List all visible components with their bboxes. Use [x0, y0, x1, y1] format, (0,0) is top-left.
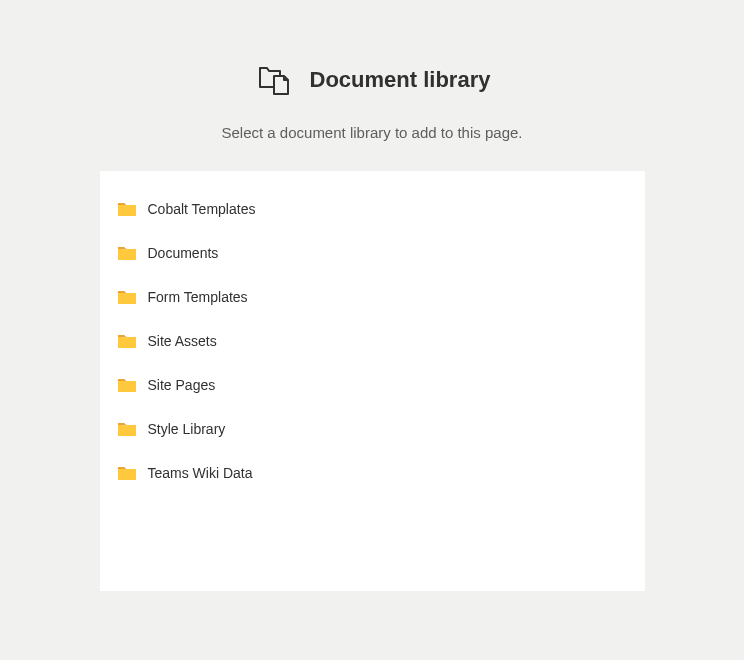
library-list: Cobalt Templates Documents Form Template…: [100, 191, 645, 491]
folder-icon: [118, 289, 136, 305]
header-row: Document library: [0, 60, 744, 100]
library-name: Teams Wiki Data: [148, 465, 253, 481]
folder-icon: [118, 465, 136, 481]
list-item-2[interactable]: Form Templates: [100, 279, 645, 315]
library-name: Cobalt Templates: [148, 201, 256, 217]
folder-icon: [118, 245, 136, 261]
list-item-3[interactable]: Site Assets: [100, 323, 645, 359]
page-header: Document library Select a document libra…: [0, 0, 744, 171]
folder-icon: [118, 333, 136, 349]
folder-icon: [118, 377, 136, 393]
list-item-1[interactable]: Documents: [100, 235, 645, 271]
list-item-0[interactable]: Cobalt Templates: [100, 191, 645, 227]
library-name: Site Pages: [148, 377, 216, 393]
list-item-6[interactable]: Teams Wiki Data: [100, 455, 645, 491]
library-list-panel: Cobalt Templates Documents Form Template…: [100, 171, 645, 591]
folder-icon: [118, 421, 136, 437]
library-name: Form Templates: [148, 289, 248, 305]
document-library-icon: [254, 60, 294, 100]
library-name: Style Library: [148, 421, 226, 437]
library-name: Documents: [148, 245, 219, 261]
page-title: Document library: [310, 67, 491, 93]
list-item-4[interactable]: Site Pages: [100, 367, 645, 403]
library-name: Site Assets: [148, 333, 217, 349]
page-subtitle: Select a document library to add to this…: [0, 124, 744, 141]
list-item-5[interactable]: Style Library: [100, 411, 645, 447]
folder-icon: [118, 201, 136, 217]
